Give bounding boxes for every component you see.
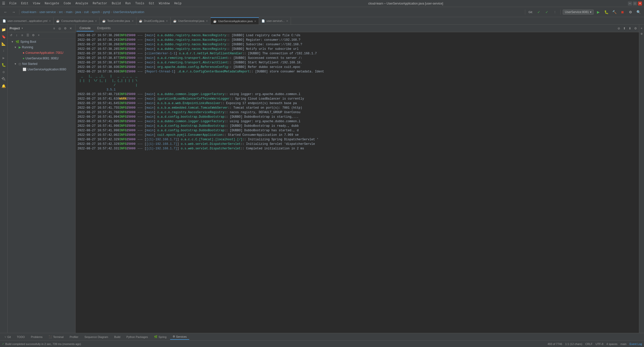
- panel-tool-2[interactable]: ↕: [14, 33, 19, 38]
- sidebar-vcs-icon[interactable]: ↕: [1, 48, 7, 54]
- tree-spring-boot[interactable]: ▾ 🌿 Spring Boot: [8, 39, 75, 45]
- breadcrumb-cloud-learn[interactable]: cloud-learn: [21, 10, 36, 14]
- back-button[interactable]: ←: [2, 9, 9, 16]
- bottom-tab-problems[interactable]: Problems: [28, 334, 45, 339]
- forward-button[interactable]: →: [10, 9, 17, 16]
- breadcrumb-main[interactable]: main: [66, 10, 72, 14]
- menu-file[interactable]: File: [7, 1, 19, 6]
- panel-tool-3[interactable]: ≡: [20, 33, 25, 38]
- menu-code[interactable]: Code: [62, 1, 73, 6]
- sidebar-services-icon[interactable]: ⚙: [1, 69, 7, 75]
- panel-tool-add[interactable]: +: [36, 33, 41, 38]
- bottom-tab-python[interactable]: Python Packages: [124, 334, 150, 339]
- sidebar-debug-icon[interactable]: 🐛: [1, 62, 7, 68]
- console-tab-endpoints[interactable]: Endpoints: [94, 25, 113, 31]
- bottom-tab-todo[interactable]: TODO: [14, 334, 27, 339]
- tab-service-impl[interactable]: ☕ UserServiceImpl.java ✕: [171, 17, 211, 24]
- bottom-tab-spring[interactable]: 🌿 Spring: [151, 334, 169, 339]
- tree-not-started[interactable]: ▾ ◻ Not Started: [8, 61, 75, 67]
- status-indent[interactable]: 4 spaces: [607, 342, 618, 345]
- right-sidebar-btn2[interactable]: ⚙: [639, 31, 644, 36]
- tree-running[interactable]: ▾ ▶ Running: [8, 45, 75, 50]
- sidebar-bookmark-icon[interactable]: 🔖: [1, 34, 7, 40]
- tab-yml-close[interactable]: ✕: [49, 20, 51, 22]
- panel-dropdown-arrow[interactable]: ▾: [21, 26, 23, 30]
- console-settings[interactable]: ⚙: [633, 26, 638, 31]
- settings-icon[interactable]: ⚙: [627, 9, 634, 16]
- breadcrumb-cuit[interactable]: cuit: [84, 10, 89, 14]
- git-button[interactable]: Git:: [527, 9, 534, 16]
- minimize-button[interactable]: ─: [628, 2, 632, 6]
- tab-test-close[interactable]: ✕: [132, 20, 134, 22]
- panel-locate[interactable]: ◎: [57, 26, 62, 31]
- panel-tool-4[interactable]: ☰: [25, 33, 30, 38]
- breadcrumb-java[interactable]: java: [75, 10, 81, 14]
- console-tab-console[interactable]: Console: [77, 25, 94, 31]
- stop-button[interactable]: ⏹: [619, 9, 626, 16]
- tab-dots-close[interactable]: ✕: [286, 20, 288, 22]
- tab-consumer-app[interactable]: ☕ ConsumerApplication.java ✕: [54, 17, 100, 24]
- tab-active-close[interactable]: ✕: [254, 20, 256, 23]
- status-crlf[interactable]: CRLF: [585, 342, 593, 345]
- checkmark2-button[interactable]: ✓: [543, 9, 550, 16]
- menu-build[interactable]: Build: [110, 1, 123, 6]
- checkmark-button[interactable]: ✓: [535, 9, 542, 16]
- console-scroll-bottom[interactable]: ⬇: [627, 26, 632, 31]
- bottom-tab-profiler[interactable]: Profiler: [67, 334, 81, 339]
- menu-git[interactable]: Git: [147, 1, 157, 6]
- bottom-tab-git[interactable]: ⑂ Git: [2, 334, 13, 339]
- tab-user-service-dots[interactable]: 📄 user-service\... ✕: [259, 17, 291, 24]
- console-clear[interactable]: ⊘: [616, 26, 621, 31]
- tab-user-service-app[interactable]: ☕ UserServiceApplication.java ✕: [211, 17, 259, 24]
- panel-tool-5[interactable]: ⚙: [31, 33, 36, 38]
- run-button[interactable]: ▶: [595, 9, 602, 16]
- search-toolbar-button[interactable]: 🔍: [635, 9, 642, 16]
- console-scroll-top[interactable]: ⬆: [622, 26, 627, 31]
- maximize-button[interactable]: □: [633, 2, 637, 6]
- sidebar-notifications-icon[interactable]: 🔔: [1, 83, 7, 89]
- menu-run[interactable]: Run: [123, 1, 133, 6]
- breadcrumb-pymjl[interactable]: pymjl: [103, 10, 110, 14]
- breadcrumb-src[interactable]: src: [59, 10, 63, 14]
- menu-refactor[interactable]: Refactor: [91, 1, 109, 6]
- debug-button[interactable]: 🐛: [603, 9, 610, 16]
- event-log-label[interactable]: Event Log: [629, 342, 642, 345]
- tree-user-service[interactable]: ● UserService:8081 :8081/: [8, 56, 75, 61]
- panel-collapse-all[interactable]: ≡: [52, 26, 57, 31]
- tab-druid-config[interactable]: ☕ DruidConfig.java ✕: [136, 17, 171, 24]
- menu-view[interactable]: View: [31, 1, 42, 6]
- panel-tool-1[interactable]: ↺: [9, 33, 14, 38]
- status-encoding[interactable]: UTF-8: [595, 342, 603, 345]
- sidebar-structure-icon[interactable]: 📐: [1, 41, 7, 47]
- git-options[interactable]: ⋮: [551, 9, 558, 16]
- bottom-tab-terminal[interactable]: ⬛ Terminal: [46, 334, 66, 339]
- tree-consumer-app[interactable]: ● ConsumerApplication :7001/: [8, 50, 75, 56]
- tab-consumer-close[interactable]: ✕: [95, 20, 97, 22]
- close-button[interactable]: ✕: [638, 2, 642, 6]
- tab-impl-close[interactable]: ✕: [206, 20, 208, 22]
- right-sidebar-btn1[interactable]: ≡: [639, 26, 644, 31]
- bottom-tab-sequence[interactable]: Sequence Diagram: [82, 334, 111, 339]
- menu-navigate[interactable]: Navigate: [43, 1, 61, 6]
- menu-analyze[interactable]: Analyze: [73, 1, 90, 6]
- bottom-tab-build[interactable]: Build: [112, 334, 123, 339]
- build-button[interactable]: 🔨: [611, 9, 618, 16]
- tab-test-controller[interactable]: ☕ TestController.java ✕: [100, 17, 136, 24]
- tab-application-yml[interactable]: 📄 user-consumer\...application.yml ✕: [0, 17, 54, 24]
- menu-window[interactable]: Window: [157, 1, 172, 6]
- panel-settings[interactable]: ⚙: [63, 26, 68, 31]
- sidebar-plugins-icon[interactable]: 🔌: [1, 76, 7, 82]
- breadcrumb-user-service[interactable]: user-service: [39, 10, 56, 14]
- menu-help[interactable]: Help: [172, 1, 183, 6]
- sidebar-run-icon[interactable]: ▶: [1, 55, 7, 61]
- console-output[interactable]: 2022-08-27 16:57:38.208 INFO 25000 --- […: [75, 32, 639, 333]
- breadcrumb-epoch[interactable]: epoch: [92, 10, 100, 14]
- run-config[interactable]: UserService:8081 ▾: [563, 10, 594, 15]
- breadcrumb-file[interactable]: UserServiceApplication: [113, 10, 144, 14]
- bottom-tab-services[interactable]: ⚙ Services: [170, 334, 189, 340]
- sidebar-project-icon[interactable]: 📁: [1, 27, 7, 33]
- menu-edit[interactable]: Edit: [19, 1, 30, 6]
- panel-hide[interactable]: ✕: [68, 26, 73, 31]
- tree-userservice-8080[interactable]: ⬜ UserServiceApplication:8080: [8, 67, 75, 72]
- tab-druid-close[interactable]: ✕: [166, 20, 168, 22]
